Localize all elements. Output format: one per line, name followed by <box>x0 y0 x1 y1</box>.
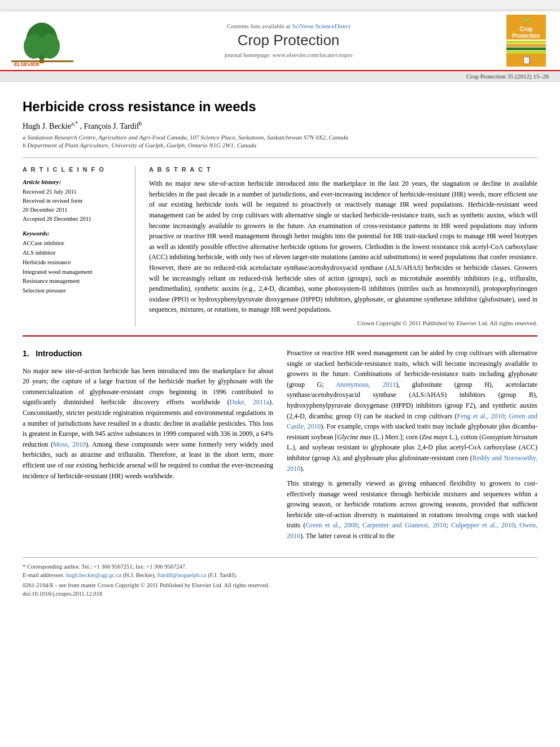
section-separator <box>23 335 537 337</box>
intro-paragraph-2: Proactive or reactive HR weed management… <box>287 348 537 474</box>
carpenter-ref[interactable]: Carpenter and Gianessi, 2010 <box>362 521 447 529</box>
sciverse-text: Contents lists available at SciVerse Sci… <box>85 23 492 29</box>
green-2008-ref[interactable]: Green et al., 2008 <box>305 521 357 529</box>
body-left-column: 1. Introduction No major new site-of-act… <box>23 348 273 546</box>
keyword-5: Resistance management <box>23 277 126 286</box>
journal-header-center: Contents lists available at SciVerse Sci… <box>73 23 504 58</box>
article-footer: * Corresponding author. Tel.: +1 306 956… <box>23 557 537 597</box>
history-label: Article history: <box>23 178 126 185</box>
article-history: Article history: Received 25 July 2011 R… <box>23 178 126 223</box>
reddy-ref[interactable]: Reddy and Norsworthy, 2010 <box>287 454 537 473</box>
body-right-column: Proactive or reactive HR weed management… <box>287 348 537 546</box>
affiliation-a: a Saskatoon Research Centre, Agriculture… <box>23 134 537 141</box>
keyword-4: Integrated weed management <box>23 268 126 277</box>
keywords-section: Keywords: ACCase inhibitor ALS inhibitor… <box>23 230 126 296</box>
author1-sup: a,* <box>71 120 78 126</box>
main-content: Herbicide cross resistance in weeds Hugh… <box>0 82 560 614</box>
accepted-date: Accepted 26 December 2011 <box>23 215 126 224</box>
copyright-line: Crown Copyright © 2011 Published by Else… <box>149 320 537 326</box>
culpepper-ref[interactable]: Culpepper et al., 2010 <box>451 521 515 529</box>
issn-line: 0261-2194/$ – see front matter Crown Cop… <box>23 582 537 588</box>
body-section: 1. Introduction No major new site-of-act… <box>23 348 537 546</box>
author2-name: François J. Tardif <box>84 121 139 130</box>
article-info-header: A R T I C L E I N F O <box>23 166 126 173</box>
author2-sup: b <box>139 120 142 126</box>
intro-section-title: 1. Introduction <box>23 348 273 360</box>
article-info-column: A R T I C L E I N F O Article history: R… <box>23 166 135 326</box>
keywords-label: Keywords: <box>23 230 126 237</box>
article-page: ELSEVIER Contents lists available at Sci… <box>0 11 560 747</box>
abstract-text: With no major new site-of-action herbici… <box>149 178 537 315</box>
intro-paragraph-1: No major new site-of-action herbicide ha… <box>23 366 273 482</box>
article-title: Herbicide cross resistance in weeds <box>23 99 537 115</box>
abstract-column: A B S T R A C T With no major new site-o… <box>149 166 537 326</box>
crop-protection-badge: 🌱 Crop Protection 📋 <box>504 15 549 67</box>
abstract-paragraph: With no major new site-of-action herbici… <box>149 178 537 315</box>
elsevier-logo: ELSEVIER <box>11 21 73 60</box>
email-footnote: E-mail addresses: hugh.beckie@agr.gc.ca … <box>23 571 537 580</box>
email2-link[interactable]: ftardif@uoguelph.ca <box>158 572 207 578</box>
keyword-3: Herbicide resistance <box>23 258 126 268</box>
svg-text:ELSEVIER: ELSEVIER <box>14 62 40 66</box>
journal-url: journal homepage: www.elsevier.com/locat… <box>85 51 492 58</box>
duke-ref[interactable]: Duke, 2011a <box>230 398 269 406</box>
corresponding-author-note: * Corresponding author. Tel.: +1 306 956… <box>23 562 537 571</box>
intro-paragraph-3: This strategy is generally viewed as giv… <box>287 478 537 541</box>
moss-ref[interactable]: Moss, 2010 <box>53 440 86 448</box>
keyword-6: Selection pressure <box>23 286 126 296</box>
author1-name: Hugh J. Beckie <box>23 121 71 130</box>
doi-line: doi:10.1016/j.cropro.2011.12.018 <box>23 591 537 597</box>
feng-ref[interactable]: Feng et al., 2010 <box>457 412 505 420</box>
authors-line: Hugh J. Beckiea,* , François J. Tardifb <box>23 120 537 131</box>
journal-title: Crop Protection <box>85 32 492 49</box>
affiliations: a Saskatoon Research Centre, Agriculture… <box>23 134 537 148</box>
sciverse-link[interactable]: SciVerse ScienceDirect <box>292 23 350 29</box>
anon-ref[interactable]: Anonymous, 2011 <box>335 381 396 388</box>
journal-header: ELSEVIER Contents lists available at Sci… <box>0 11 560 71</box>
affiliation-b: b Department of Plant Agriculture, Unive… <box>23 142 537 148</box>
keyword-2: ALS inhibitor <box>23 248 126 258</box>
received-date: Received 25 July 2011 <box>23 187 126 196</box>
email1-link[interactable]: hugh.beckie@agr.gc.ca <box>66 572 121 578</box>
received-revised-label: Received in revised form <box>23 196 126 206</box>
svg-point-3 <box>40 34 60 59</box>
abstract-header: A B S T R A C T <box>149 166 537 173</box>
revised-date: 20 December 2011 <box>23 206 126 215</box>
info-abstract-section: A R T I C L E I N F O Article history: R… <box>23 158 537 326</box>
keyword-1: ACCase inhibitor <box>23 239 126 248</box>
volume-info-bar: Crop Protection 35 (2012) 15–28 <box>0 71 560 82</box>
volume-issue: Crop Protection 35 (2012) 15–28 <box>466 73 549 80</box>
